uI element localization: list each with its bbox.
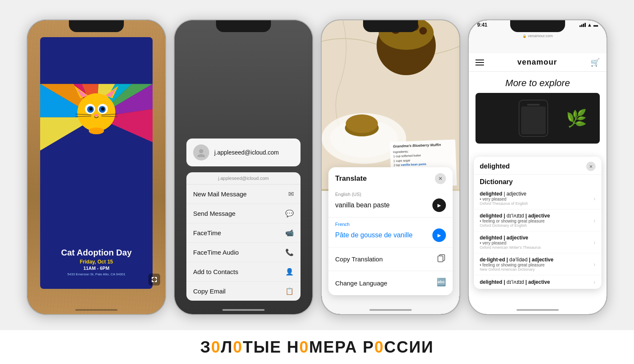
dict-def-4: • feeling or showing great pleasure (480, 263, 593, 267)
wifi-icon: ▲ (587, 22, 592, 28)
home-bar-2 (222, 309, 265, 311)
svg-text:🔤: 🔤 (437, 277, 446, 287)
phone-3: Grandma's Blueberry Muffin Ingredients:1… (321, 19, 460, 315)
dict-entry-1[interactable]: delighted | adjective • very pleased Oxf… (474, 187, 601, 209)
menu-item-copy-email[interactable]: Copy Email 📋 (186, 282, 301, 301)
dict-term-5: delighted | dɪˈlʌɪtɪd | adjective (480, 279, 593, 285)
copy-translation-action[interactable]: Copy Translation (328, 247, 453, 271)
dict-def-2: • feeling or showing great pleasure (480, 219, 593, 223)
avatar (193, 144, 209, 160)
bar-4 (585, 23, 586, 27)
hamburger-line-2 (476, 62, 484, 63)
dict-close-button[interactable]: ✕ (586, 162, 596, 171)
status-icons: ▲ ▬ (579, 22, 598, 28)
home-bar-3 (369, 309, 412, 311)
phone-icon: 📞 (285, 248, 294, 256)
phone4-screen: 9:41 ▲ ▬ (469, 20, 607, 314)
muffin-background: Grandma's Blueberry Muffin Ingredients:1… (322, 20, 459, 191)
highlight-0-2: 0 (233, 338, 243, 356)
chevron-5: › (593, 279, 596, 285)
phone-4-inner: 9:41 ▲ ▬ (469, 20, 607, 314)
translate-icon-svg: 🔤 (436, 277, 446, 287)
dict-entry-1-content: delighted | adjective • very pleased Oxf… (480, 191, 593, 206)
mail-icon: ✉ (288, 190, 294, 198)
translate-title: Translate (335, 174, 367, 183)
highlight-0-3: 0 (299, 338, 309, 356)
translate-source-row: vanilla bean paste ▶ (335, 198, 446, 212)
svg-point-21 (101, 107, 104, 111)
translate-close-button[interactable]: ✕ (435, 173, 446, 184)
product-image: 🌿 (476, 93, 600, 144)
copy-icon: 📋 (285, 287, 294, 295)
dict-entry-5[interactable]: delighted | dɪˈlʌɪtɪd | adjective › (474, 275, 601, 289)
play-source-button[interactable]: ▶ (432, 198, 446, 212)
menu-item-facetime-audio[interactable]: FaceTime Audio 📞 (186, 243, 301, 262)
phones-row: Cat Adoption Day Friday, Oct 15 11AM - 6… (0, 0, 634, 330)
copy-translation-label: Copy Translation (335, 255, 383, 263)
source-text: vanilla bean paste (335, 201, 390, 209)
dict-source-2: Oxford Dictionary of English (480, 223, 593, 228)
dict-entry-3-content: delighted | adjective • very pleased Oxf… (480, 235, 593, 250)
svg-point-20 (89, 107, 93, 111)
chevron-1: › (593, 195, 596, 202)
cart-icon[interactable]: 🛒 (590, 58, 600, 67)
copy-translation-icon (437, 253, 446, 265)
target-lang-label: French (335, 222, 446, 227)
new-mail-label: New Mail Message (193, 190, 247, 198)
bar-2 (581, 24, 582, 27)
phone2-screen: j.appleseed@icloud.com j.appleseed@iclou… (175, 20, 312, 314)
menu-item-add-contacts[interactable]: Add to Contacts 👤 (186, 262, 301, 282)
svg-rect-50 (438, 256, 443, 262)
svg-rect-34 (152, 280, 153, 282)
phone-1: Cat Adoption Day Friday, Oct 15 11AM - 6… (27, 19, 166, 315)
chevron-3: › (593, 239, 596, 246)
main-container: Cat Adoption Day Friday, Oct 15 11AM - 6… (0, 0, 634, 364)
dict-entry-3[interactable]: delighted | adjective • very pleased Oxf… (474, 231, 601, 253)
email-address: j.appleseed@icloud.com (214, 149, 279, 156)
status-time: 9:41 (477, 22, 487, 28)
dict-term-4: de·light·ed | dəˈlīdəd | adjective (480, 257, 593, 263)
translate-panel: Translate ✕ English (US) vanilla bean pa… (328, 167, 453, 295)
menu-item-facetime[interactable]: FaceTime 📹 (186, 223, 301, 243)
battery-icon: ▬ (593, 22, 598, 27)
avatar-icon (197, 148, 206, 157)
phone3-screen: Grandma's Blueberry Muffin Ingredients:1… (322, 20, 459, 314)
dict-entry-4[interactable]: de·light·ed | dəˈlīdəd | adjective • fee… (474, 253, 601, 275)
send-message-label: Send Message (193, 210, 235, 217)
translate-source-section: English (US) vanilla bean paste ▶ (328, 188, 453, 217)
home-bar-1 (75, 309, 118, 311)
notch-1 (69, 20, 124, 32)
dict-word: delighted (480, 163, 510, 170)
dict-section-title: Dictionary (474, 175, 601, 187)
dict-def-3: • very pleased (480, 241, 593, 245)
lock-icon: 🔒 (522, 34, 527, 38)
menu-item-new-mail[interactable]: New Mail Message ✉ (186, 185, 301, 204)
cat-face (71, 84, 122, 134)
phone-2-inner: j.appleseed@icloud.com j.appleseed@iclou… (175, 20, 312, 314)
browser-url-bar: 🔒 venamour.com (522, 34, 553, 38)
dict-entry-2[interactable]: delighted | dɪˈlʌɪtɪd | adjective • feel… (474, 209, 601, 231)
play-target-button[interactable]: ▶ (432, 228, 446, 242)
page-title: More to explore (469, 72, 607, 93)
video-icon: 📹 (285, 229, 294, 237)
svg-point-36 (199, 149, 203, 153)
svg-rect-32 (152, 277, 153, 279)
brand-name: venamour (517, 58, 557, 67)
source-lang-label: English (US) (335, 192, 446, 197)
menu-item-send-message[interactable]: Send Message 💬 (186, 204, 301, 223)
change-language-action[interactable]: Change Language 🔤 (328, 271, 453, 295)
notch-4 (510, 20, 565, 32)
cat-text-area: Cat Adoption Day Friday, Oct 15 11AM - 6… (40, 248, 153, 276)
cat-poster-title: Cat Adoption Day (40, 248, 153, 257)
screenshot-icon[interactable] (148, 274, 160, 285)
dictionary-popup: delighted ✕ Dictionary delighted | adjec… (474, 157, 601, 289)
bottom-banner: З0Л0ТЫЕ Н0МЕРА Р0ССИИ (0, 330, 634, 364)
home-bar-4 (516, 309, 559, 311)
chevron-4: › (593, 261, 596, 268)
email-card[interactable]: j.appleseed@icloud.com (186, 139, 301, 166)
phone-1-inner: Cat Adoption Day Friday, Oct 15 11AM - 6… (27, 20, 165, 314)
dict-header: delighted ✕ (474, 157, 601, 175)
dict-source-3: Oxford American Writer's Thesaurus (480, 245, 593, 250)
dict-term-1: delighted | adjective (480, 191, 593, 197)
hamburger-menu[interactable] (476, 60, 484, 65)
